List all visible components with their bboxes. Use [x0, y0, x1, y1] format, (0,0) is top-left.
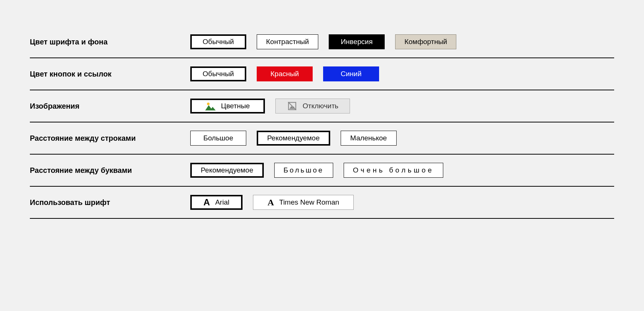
option-color-contrast[interactable]: Контрастный	[257, 34, 318, 49]
options-button-link-color: Обычный Красный Синий	[190, 66, 379, 81]
row-line-spacing: Расстояние между строками Большое Рекоме…	[30, 122, 614, 154]
options-images: Цветные Отключить	[190, 99, 350, 113]
option-images-color-text: Цветные	[221, 102, 250, 110]
label-color-scheme: Цвет шрифта и фона	[30, 38, 190, 46]
option-images-off[interactable]: Отключить	[275, 99, 350, 113]
row-font: Использовать шрифт A Arial A Times New R…	[30, 187, 614, 218]
no-image-icon	[287, 102, 297, 111]
option-letterspacing-big[interactable]: Большое	[274, 163, 333, 178]
option-linespacing-small[interactable]: Маленькое	[341, 131, 397, 146]
options-line-spacing: Большое Рекомендуемое Маленькое	[190, 131, 397, 146]
option-link-blue[interactable]: Синий	[323, 66, 379, 81]
label-letter-spacing: Расстояние между буквами	[30, 166, 190, 175]
svg-marker-1	[205, 105, 216, 111]
svg-point-0	[207, 103, 210, 105]
row-button-link-color: Цвет кнопок и ссылок Обычный Красный Син…	[30, 58, 614, 90]
option-linespacing-recommended[interactable]: Рекомендуемое	[257, 131, 330, 146]
option-images-off-text: Отключить	[303, 102, 338, 110]
options-letter-spacing: Рекомендуемое Большое Очень большое	[190, 163, 443, 178]
font-sample-icon: A	[268, 198, 274, 208]
option-font-arial-text: Arial	[215, 198, 229, 206]
label-line-spacing: Расстояние между строками	[30, 134, 190, 143]
svg-line-4	[288, 102, 296, 110]
option-font-times[interactable]: A Times New Roman	[253, 195, 354, 210]
divider	[30, 218, 614, 219]
photo-icon	[205, 102, 216, 111]
option-link-normal[interactable]: Обычный	[190, 66, 246, 81]
option-color-normal[interactable]: Обычный	[190, 34, 246, 49]
label-font: Использовать шрифт	[30, 198, 190, 207]
font-sample-icon: A	[203, 197, 210, 208]
options-color-scheme: Обычный Контрастный Инверсия Комфортный	[190, 34, 456, 49]
label-button-link-color: Цвет кнопок и ссылок	[30, 70, 190, 78]
option-letterspacing-recommended[interactable]: Рекомендуемое	[190, 163, 264, 178]
settings-panel: Цвет шрифта и фона Обычный Контрастный И…	[30, 26, 614, 219]
row-letter-spacing: Расстояние между буквами Рекомендуемое Б…	[30, 155, 614, 186]
option-images-color[interactable]: Цветные	[190, 99, 265, 113]
option-link-red[interactable]: Красный	[257, 66, 313, 81]
option-font-arial[interactable]: A Arial	[190, 195, 243, 210]
option-color-inversion[interactable]: Инверсия	[329, 34, 385, 49]
option-linespacing-big[interactable]: Большое	[190, 131, 246, 146]
options-font: A Arial A Times New Roman	[190, 195, 354, 210]
option-letterspacing-huge[interactable]: Очень большое	[344, 163, 443, 178]
row-images: Изображения Цветные	[30, 90, 614, 122]
option-color-comfort[interactable]: Комфортный	[395, 34, 457, 49]
label-images: Изображения	[30, 102, 190, 111]
row-color-scheme: Цвет шрифта и фона Обычный Контрастный И…	[30, 26, 614, 57]
option-font-times-text: Times New Roman	[279, 198, 339, 206]
